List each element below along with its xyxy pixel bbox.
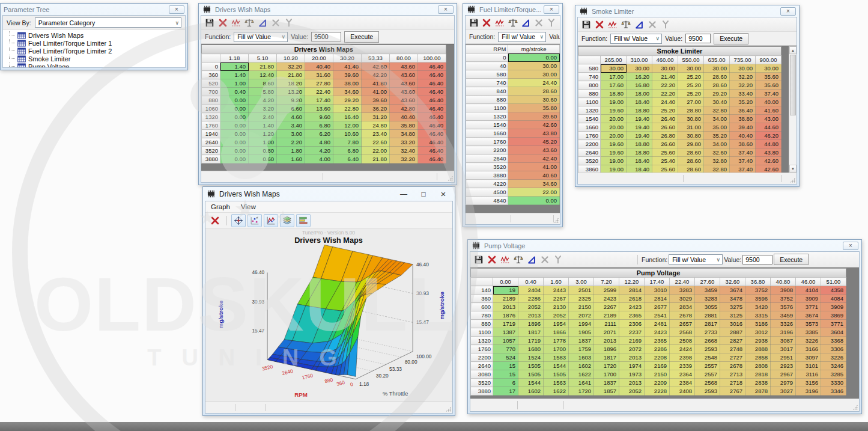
map-cell[interactable]: 3196 xyxy=(796,387,821,396)
vertical-scrollbar[interactable]: ▲ ▼ xyxy=(789,46,797,173)
row-header[interactable]: 1320 xyxy=(466,112,508,121)
row-header[interactable]: 3520 xyxy=(202,147,220,155)
map-cell[interactable]: 30.00 xyxy=(730,64,756,73)
map-cell[interactable]: 42.60 xyxy=(508,121,560,129)
map-cell[interactable]: 1603 xyxy=(569,353,594,362)
col-header[interactable]: 20.00 xyxy=(305,54,333,63)
row-header[interactable]: 3520 xyxy=(466,163,508,171)
map-cell[interactable]: 3283 xyxy=(670,286,695,295)
map-cell[interactable]: 0.00 xyxy=(220,138,249,147)
save-icon[interactable] xyxy=(204,17,216,29)
row-header[interactable]: 1760 xyxy=(578,132,601,140)
resize-grip[interactable] xyxy=(790,177,795,183)
map-cell[interactable]: 25.40 xyxy=(652,157,678,165)
map-cell[interactable]: 26.60 xyxy=(652,123,678,132)
map-cell[interactable]: 2423 xyxy=(645,328,670,337)
map-cell[interactable]: 18.40 xyxy=(627,98,652,106)
map-cell[interactable]: 2733 xyxy=(695,328,720,337)
tree-item[interactable]: Pump Voltage xyxy=(9,63,185,67)
map-cell[interactable]: 43.60 xyxy=(508,146,560,154)
map-cell[interactable]: 36.20 xyxy=(362,105,390,113)
map-cell[interactable]: 2267 xyxy=(594,303,619,311)
map-cell[interactable]: 2967 xyxy=(771,370,796,379)
map-cell[interactable]: 29.20 xyxy=(333,96,362,105)
row-header[interactable]: 0 xyxy=(466,53,508,62)
map-cell[interactable]: 3752 xyxy=(771,295,796,303)
col-header[interactable]: 51.00 xyxy=(821,278,846,286)
map-cell[interactable]: 2938 xyxy=(745,337,771,345)
scroll-down-icon[interactable]: ▼ xyxy=(789,165,797,173)
col-header[interactable]: 735.00 xyxy=(730,56,756,64)
map-cell[interactable]: 28.60 xyxy=(678,148,704,157)
map-cell[interactable]: 2423 xyxy=(594,295,619,303)
map-cell[interactable]: 2568 xyxy=(670,328,695,337)
close-icon[interactable]: × xyxy=(438,5,454,14)
col-header[interactable]: 36.80 xyxy=(745,278,771,286)
map-cell[interactable]: 22.80 xyxy=(333,105,362,113)
map-cell[interactable]: 46.40 xyxy=(418,130,446,138)
map-cell[interactable]: 19.60 xyxy=(601,106,627,115)
map-cell[interactable]: 30.80 xyxy=(678,132,704,140)
map-cell[interactable]: 43.60 xyxy=(390,88,418,96)
scales-icon[interactable] xyxy=(620,19,632,31)
row-header[interactable]: 1540 xyxy=(578,115,601,123)
col-header[interactable]: 7.20 xyxy=(594,278,619,286)
map-cell[interactable]: 42.20 xyxy=(362,71,390,79)
save-icon[interactable] xyxy=(580,19,592,31)
map-cell[interactable]: 1544 xyxy=(544,362,569,370)
row-header[interactable]: 360 xyxy=(202,71,220,79)
map-cell[interactable]: 18.40 xyxy=(627,157,652,165)
map-cell[interactable]: 33.20 xyxy=(390,138,418,147)
map-cell[interactable]: 26.80 xyxy=(652,132,678,140)
map-cell[interactable]: 22.00 xyxy=(508,188,560,197)
map-cell[interactable]: 6.80 xyxy=(333,147,362,155)
col-header[interactable]: 40.80 xyxy=(771,278,796,286)
minimize-icon[interactable]: — xyxy=(395,189,412,200)
map-cell[interactable]: 1.00 xyxy=(249,138,277,147)
map-cell[interactable]: 32.20 xyxy=(730,73,756,81)
menu-view[interactable]: View xyxy=(235,203,261,210)
map-cell[interactable]: 3246 xyxy=(821,362,846,370)
map-cell[interactable]: 0.00 xyxy=(220,105,249,113)
map-cell[interactable]: 2013 xyxy=(619,379,645,387)
map-cell[interactable]: 3573 xyxy=(796,320,821,328)
map-cell[interactable]: 44.60 xyxy=(756,123,782,132)
row-header[interactable]: 580 xyxy=(578,64,601,73)
map-cell[interactable]: 1837 xyxy=(569,337,594,345)
map-cell[interactable]: 30.00 xyxy=(756,64,782,73)
map-cell[interactable]: 2979 xyxy=(771,379,796,387)
map-cell[interactable]: 1505 xyxy=(518,362,544,370)
col-header[interactable]: 0.00 xyxy=(493,278,518,286)
map-cell[interactable]: 2189 xyxy=(493,295,518,303)
map-cell[interactable]: 2481 xyxy=(645,320,670,328)
map-cell[interactable]: 20.00 xyxy=(601,132,627,140)
map-cell[interactable]: 46.40 xyxy=(418,121,446,130)
map-cell[interactable]: 2808 xyxy=(745,362,771,370)
map-cell[interactable]: 2208 xyxy=(645,353,670,362)
col-header[interactable]: 30.20 xyxy=(333,54,362,63)
row-header[interactable]: 0 xyxy=(202,63,220,71)
map-cell[interactable]: 3101 xyxy=(796,362,821,370)
map-cell[interactable]: 2557 xyxy=(695,362,720,370)
map-cell[interactable]: 2169 xyxy=(619,337,645,345)
col-header[interactable]: 310.00 xyxy=(627,56,652,64)
col-header[interactable]: 27.60 xyxy=(695,278,720,286)
map-cell[interactable]: 25.20 xyxy=(678,81,704,90)
row-header[interactable]: 140 xyxy=(471,286,493,295)
scales-icon[interactable] xyxy=(243,17,255,29)
map-cell[interactable]: 22.00 xyxy=(362,147,390,155)
value-input[interactable]: 9500 xyxy=(685,34,711,43)
map-cell[interactable]: 1954 xyxy=(544,320,569,328)
function-select[interactable]: Fill w/ Value∨ xyxy=(669,254,723,264)
row-header[interactable]: 3880 xyxy=(466,171,508,180)
map-cell[interactable]: 31.60 xyxy=(305,71,333,79)
row-header[interactable]: 2200 xyxy=(471,353,493,362)
map-cell[interactable]: 5.80 xyxy=(249,88,277,96)
map-cell[interactable]: 1622 xyxy=(569,370,594,379)
map-cell[interactable]: 37.40 xyxy=(730,148,756,157)
map-cell[interactable]: 3576 xyxy=(771,303,796,311)
map-cell[interactable]: 2052 xyxy=(619,387,645,396)
col-header[interactable]: 100.00 xyxy=(418,54,446,63)
map-cell[interactable]: 3908 xyxy=(771,286,796,295)
map-cell[interactable]: 1719 xyxy=(493,320,518,328)
